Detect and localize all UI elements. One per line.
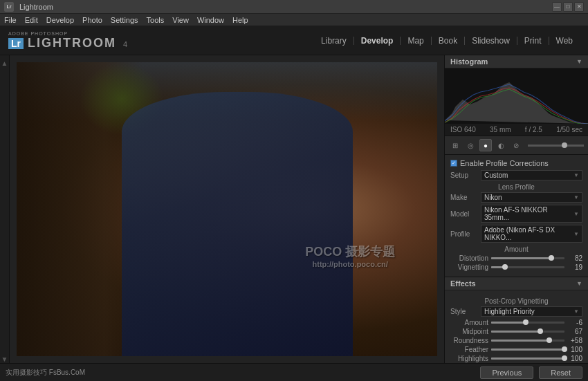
effects-section: Effects ▼ Post-Crop Vignetting Style Hig… [445,277,588,363]
watermark: POCO 摄影专题 http://photo.poco.cn/ [305,243,395,268]
enable-corrections-label: Enable Profile Corrections [460,159,549,167]
vignetting-value: 19 [567,263,582,271]
style-value[interactable]: Highlight Priority ▼ [481,306,582,317]
model-value[interactable]: Nikon AF-S NIKKOR 35mm... ▼ [481,205,582,223]
roundness-label: Roundness [450,337,488,344]
main-area: ▲ ▼ POCO 摄影专题 http://photo.poco.cn/ Hist… [0,55,588,363]
midpoint-slider[interactable] [491,331,564,333]
previous-button[interactable]: Previous [480,366,533,379]
distortion-row: Distortion 82 [450,254,582,262]
maximize-button[interactable]: □ [563,2,573,12]
vignetting-slider[interactable] [491,266,564,268]
feather-label: Feather [450,346,488,353]
minimize-button[interactable]: — [552,2,562,12]
nav-links: Library Develop Map Book Slideshow Print… [314,37,580,45]
vignette-amount-label: Amount [450,319,488,326]
tool-slider[interactable] [528,145,584,147]
effects-header[interactable]: Effects ▼ [445,277,588,290]
model-dropdown-arrow: ▼ [573,211,579,217]
enable-corrections-row: ✓ Enable Profile Corrections [450,159,582,167]
setup-dropdown-arrow: ▼ [573,172,579,178]
setup-label: Setup [450,171,478,179]
highlights-slider[interactable] [491,357,564,360]
focal-info: 35 mm [490,126,511,133]
menu-help[interactable]: Help [232,16,248,24]
setup-row: Setup Custom ▼ [450,170,582,180]
nav-map[interactable]: Map [401,37,431,45]
histogram-canvas [445,68,588,124]
left-arrow-up[interactable]: ▲ [1,59,8,67]
menu-develop[interactable]: Develop [46,16,74,24]
nav-slideshow[interactable]: Slideshow [465,37,517,45]
tool-icons: ⊞ ◎ ● ◐ ⊘ [445,136,588,155]
camera-info: ISO 640 35 mm f / 2.5 1/50 sec [445,124,588,136]
highlights-label: Highlights [450,355,488,362]
graduated-filter-tool[interactable]: ◐ [495,139,507,151]
nav-library[interactable]: Library [314,37,354,45]
nav-book[interactable]: Book [432,37,465,45]
make-value[interactable]: Nikon ▼ [481,192,582,203]
midpoint-label: Midpoint [450,328,488,335]
make-row: Make Nikon ▼ [450,192,582,203]
roundness-slider[interactable] [491,340,564,342]
spot-removal-tool[interactable]: ◎ [464,139,477,151]
amount-title: Amount [450,245,582,253]
style-row: Style Highlight Priority ▼ [450,306,582,317]
nav-web[interactable]: Web [549,37,580,45]
distortion-value: 82 [567,254,582,262]
photo-person [122,92,353,357]
postcrop-title: Post-Crop Vignetting [450,297,582,305]
distortion-slider[interactable] [491,257,564,259]
feather-slider[interactable] [491,349,564,351]
roundness-value: +58 [567,337,582,344]
roundness-row: Roundness +58 [450,337,582,344]
lens-content: ✓ Enable Profile Corrections Setup Custo… [445,155,588,277]
lens-corrections-section: ✓ Enable Profile Corrections Setup Custo… [445,155,588,277]
photo-area: POCO 摄影专题 http://photo.poco.cn/ [10,55,444,363]
window-controls: — □ ✕ [552,2,584,12]
adobe-label: ADOBE PHOTOSHOP [8,31,127,36]
iso-info: ISO 640 [450,126,476,133]
red-eye-tool[interactable]: ● [479,139,492,151]
vignette-amount-value: -6 [567,319,582,326]
app-icon: Lr [4,2,14,12]
effects-title: Effects [450,279,476,288]
bottom-bar: 实用摄影技巧 FsBus.CoM Previous Reset [0,363,588,381]
menu-settings[interactable]: Settings [111,16,138,24]
lr-badge: Lr [8,38,24,49]
setup-value[interactable]: Custom ▼ [481,170,582,180]
reset-button[interactable]: Reset [539,366,582,379]
adjustment-brush-tool[interactable]: ⊘ [510,139,522,151]
menu-tools[interactable]: Tools [147,16,165,24]
left-arrow-down[interactable]: ▼ [1,355,8,363]
menu-window[interactable]: Window [197,16,224,24]
menu-view[interactable]: View [172,16,189,24]
app-version: 4 [123,40,127,48]
histogram-header[interactable]: Histogram ▼ [445,55,588,68]
menu-edit[interactable]: Edit [25,16,38,24]
bottom-left-text: 实用摄影技巧 FsBus.CoM [6,368,85,378]
close-button[interactable]: ✕ [574,2,584,12]
effects-arrow: ▼ [576,280,582,287]
right-panel: Histogram ▼ [444,55,588,363]
menu-file[interactable]: File [4,16,17,24]
aperture-info: f / 2.5 [525,126,542,133]
vignetting-label: Vignetting [450,263,488,271]
window-title: Lightroom [19,3,53,11]
watermark-line1: POCO 摄影专题 [305,243,395,260]
nav-develop[interactable]: Develop [354,37,401,45]
profile-value[interactable]: Adobe (Nikon AF-S DX NIKKO... ▼ [481,225,582,243]
enable-corrections-checkbox[interactable]: ✓ [450,160,457,167]
profile-dropdown-arrow: ▼ [573,231,579,237]
model-label: Model [450,210,478,218]
vignette-amount-row: Amount -6 [450,319,582,326]
menu-bar: File Edit Develop Photo Settings Tools V… [0,14,588,26]
header: ADOBE PHOTOSHOP Lr LIGHTROOM 4 Library D… [0,26,588,55]
vignette-amount-slider[interactable] [491,322,564,324]
model-row: Model Nikon AF-S NIKKOR 35mm... ▼ [450,205,582,223]
make-label: Make [450,194,478,201]
logo-area: ADOBE PHOTOSHOP Lr LIGHTROOM 4 [8,31,127,50]
nav-print[interactable]: Print [517,37,549,45]
crop-tool[interactable]: ⊞ [449,139,461,151]
menu-photo[interactable]: Photo [82,16,102,24]
